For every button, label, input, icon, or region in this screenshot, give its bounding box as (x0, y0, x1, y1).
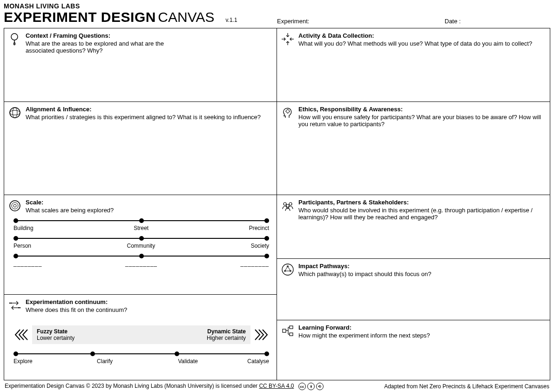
svg-point-6 (10, 201, 20, 211)
continuum-slider[interactable]: Explore Clarify Validate Catalyse (14, 353, 269, 365)
scale2-l: Person (14, 243, 31, 249)
target-icon (8, 199, 22, 213)
magnifier-icon (8, 32, 22, 46)
cell-activity[interactable]: Activity & Data Collection: What will yo… (277, 28, 550, 102)
converge-icon (281, 32, 295, 46)
footer-right: Adapted from Net Zero Precincts & Lifeha… (384, 383, 549, 390)
dynamic-title: Dynamic State (207, 328, 246, 335)
svg-point-24 (284, 203, 286, 205)
sa-icon: ⟲ (316, 383, 324, 390)
svg-point-4 (10, 110, 20, 115)
scale2-r: Society (251, 243, 269, 249)
participants-title: Participants, Partners & Stakeholders: (298, 199, 545, 206)
scale1-m: Street (134, 225, 149, 231)
title-light: CANVAS (158, 9, 214, 25)
footer-left: Experimentation Design Canvas © 2023 by … (5, 383, 259, 389)
learning-title: Learning Forward: (298, 324, 545, 331)
scale1-r: Precinct (249, 225, 269, 231)
ethics-sub: How will you ensure safety for participa… (298, 114, 545, 128)
cc-icon: cc (298, 383, 306, 390)
globe-icon (8, 106, 22, 120)
arrows-icon (8, 298, 22, 312)
title-bold: EXPERIMENT DESIGN (4, 9, 156, 25)
fuzzy-sub: Lower certainty (37, 335, 74, 341)
continuum-state-row: Fuzzy State Lower certainty Dynamic Stat… (14, 325, 269, 344)
scale2-m: Community (127, 243, 155, 249)
svg-line-31 (285, 266, 288, 271)
canvas-grid: Context / Framing Questions: What are th… (4, 28, 550, 380)
chevron-left-icon (14, 329, 29, 341)
date-label: Date : (445, 18, 461, 25)
svg-point-0 (11, 34, 18, 40)
svg-rect-34 (283, 329, 286, 332)
scale1-l: Building (14, 225, 34, 231)
svg-point-13 (20, 307, 20, 308)
cell-alignment[interactable]: Alignment & Influence: What priorities /… (4, 102, 277, 195)
diagram-icon (281, 324, 295, 338)
svg-point-26 (286, 204, 289, 207)
alignment-sub: What priorities / strategies is this exp… (26, 114, 272, 121)
svg-point-25 (289, 203, 292, 205)
svg-point-8 (14, 204, 16, 207)
scale-slider-3[interactable]: ________ _________ ________ (14, 256, 269, 267)
cell-context[interactable]: Context / Framing Questions: What are th… (4, 28, 277, 102)
activity-sub: What will you do? What methods will you … (298, 40, 545, 47)
svg-point-14 (18, 307, 19, 308)
experiment-label: Experiment: (277, 18, 309, 25)
ethics-title: Ethics, Responsibility & Awareness: (298, 106, 545, 113)
svg-point-3 (10, 108, 20, 118)
by-icon: 🯆 (307, 383, 315, 390)
dynamic-sub: Higher certainty (207, 335, 246, 341)
svg-point-10 (9, 303, 10, 304)
chevron-right-icon (253, 329, 269, 341)
people-icon (281, 199, 295, 213)
page-title: EXPERIMENT DESIGN CANVAS (4, 9, 215, 25)
cell-scale[interactable]: Scale: What scales are being explored? B… (4, 195, 277, 295)
scale3-l: ________ (14, 260, 42, 267)
network-icon (281, 263, 295, 277)
impact-title: Impact Pathways: (298, 263, 545, 270)
cell-learning[interactable]: Learning Forward: How might the experime… (277, 320, 550, 380)
continuum-title: Experimentation continuum: (26, 298, 272, 305)
svg-rect-36 (290, 333, 293, 336)
head-gear-icon (281, 106, 295, 120)
svg-point-5 (13, 108, 17, 118)
stop-explore: Explore (14, 358, 33, 365)
license-link[interactable]: CC BY-SA 4.0 (259, 383, 294, 389)
cell-impact[interactable]: Impact Pathways: Which pathway(s) to imp… (277, 259, 550, 320)
stop-clarify: Clarify (97, 358, 113, 365)
continuum-sub: Where does this fit on the continuum? (26, 306, 272, 313)
scale-sub: What scales are being explored? (26, 207, 272, 214)
stop-validate: Validate (178, 358, 197, 365)
cell-continuum[interactable]: Experimentation continuum: Where does th… (4, 295, 277, 380)
scale-slider-2[interactable]: Person Community Society (14, 238, 269, 249)
scale-title: Scale: (26, 199, 272, 206)
stop-catalyse: Catalyse (247, 358, 269, 365)
scale3-r: ________ (241, 260, 269, 267)
version-label: v.1.1 (226, 17, 237, 23)
alignment-title: Alignment & Influence: (26, 106, 272, 113)
participants-sub: Who would should be involved in this exp… (298, 207, 545, 221)
cell-participants[interactable]: Participants, Partners & Stakeholders: W… (277, 195, 550, 259)
scale3-m: _________ (125, 260, 157, 267)
brand-line: MONASH LIVING LABS (4, 3, 550, 9)
impact-sub: Which pathway(s) to impact should this f… (298, 270, 545, 277)
cell-ethics[interactable]: Ethics, Responsibility & Awareness: How … (277, 102, 550, 195)
svg-rect-35 (290, 326, 293, 329)
context-sub: What are the areas to be explored and wh… (26, 40, 175, 54)
svg-point-11 (11, 303, 12, 304)
learning-sub: How might the experiment inform the next… (298, 332, 545, 339)
context-title: Context / Framing Questions: (26, 32, 272, 39)
fuzzy-title: Fuzzy State (37, 328, 74, 335)
scale-slider-1[interactable]: Building Street Precinct (14, 220, 269, 231)
svg-point-19 (286, 110, 290, 113)
svg-line-32 (288, 266, 291, 271)
footer: Experimentation Design Canvas © 2023 by … (0, 383, 554, 390)
svg-point-7 (12, 203, 18, 209)
activity-title: Activity & Data Collection: (298, 32, 545, 39)
